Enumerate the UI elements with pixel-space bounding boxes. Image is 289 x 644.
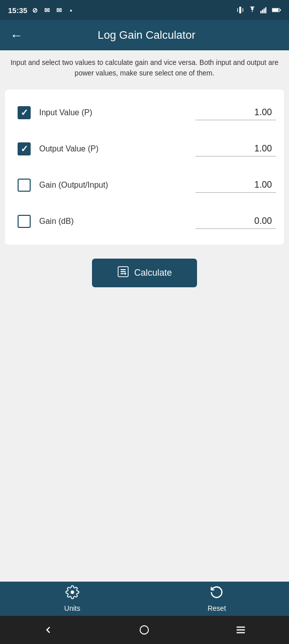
nav-bar xyxy=(0,616,289,644)
page-title: Log Gain Calculator xyxy=(35,29,258,42)
row-output-value: ✓ Output Value (P) xyxy=(5,131,284,167)
checkmark-output: ✓ xyxy=(21,144,28,153)
checkbox-gain-db-visual xyxy=(18,215,31,228)
svg-rect-9 xyxy=(280,10,281,11)
nav-menu-button[interactable] xyxy=(225,620,256,639)
label-output-value: Output Value (P) xyxy=(35,144,196,153)
signal-icon xyxy=(260,6,269,15)
gain-ratio-field[interactable] xyxy=(196,178,276,193)
checkbox-gain-ratio-visual xyxy=(18,179,31,192)
vibrate-icon xyxy=(236,6,245,15)
output-value-field[interactable] xyxy=(196,141,276,156)
row-gain-db: Gain (dB) xyxy=(5,203,284,239)
gain-db-field[interactable] xyxy=(196,214,276,229)
svg-rect-5 xyxy=(263,9,264,14)
reset-button[interactable]: Reset xyxy=(145,582,290,616)
checkbox-output-visual: ✓ xyxy=(18,142,31,155)
calculator-card: ✓ Input Value (P) ✓ Output Value (P) Gai… xyxy=(5,90,284,245)
label-gain-db: Gain (dB) xyxy=(35,217,196,226)
checkbox-gain-db[interactable] xyxy=(13,210,35,232)
row-input-value: ✓ Input Value (P) xyxy=(5,95,284,131)
row-gain-ratio: Gain (Output/Input) xyxy=(5,167,284,203)
status-time: 15:35 xyxy=(8,6,27,15)
status-time-area: 15:35 ⊘ ✉ ✉ • xyxy=(8,6,75,15)
svg-rect-6 xyxy=(265,7,266,13)
svg-rect-4 xyxy=(262,10,263,13)
gear-icon xyxy=(65,585,79,602)
wifi-icon xyxy=(248,6,257,15)
status-bar: 15:35 ⊘ ✉ ✉ • xyxy=(0,0,289,20)
svg-rect-0 xyxy=(239,7,241,13)
nav-home-button[interactable] xyxy=(129,620,160,639)
back-button[interactable]: ← xyxy=(8,26,25,45)
header: ← Log Gain Calculator xyxy=(0,20,289,50)
button-area: Calculate xyxy=(0,249,289,292)
input-value-field[interactable] xyxy=(196,105,276,120)
units-label: Units xyxy=(64,604,80,612)
status-right-area xyxy=(236,6,281,15)
label-gain-ratio: Gain (Output/Input) xyxy=(35,181,196,190)
circle-icon: ⊘ xyxy=(30,6,39,15)
checkbox-gain-ratio[interactable] xyxy=(13,174,35,196)
calculate-icon xyxy=(117,266,129,280)
mail2-icon: ✉ xyxy=(54,6,63,15)
bottom-toolbar: Units Reset xyxy=(0,582,289,616)
main-content: ✓ Input Value (P) ✓ Output Value (P) Gai… xyxy=(0,86,289,582)
reset-icon xyxy=(210,585,224,602)
svg-rect-2 xyxy=(243,8,243,12)
checkmark-input: ✓ xyxy=(21,108,28,117)
description-text: Input and select two values to calculate… xyxy=(0,50,289,86)
svg-rect-8 xyxy=(272,9,278,12)
svg-point-16 xyxy=(140,626,149,634)
nav-back-button[interactable] xyxy=(33,620,64,639)
checkbox-output-value[interactable]: ✓ xyxy=(13,138,35,160)
label-input-value: Input Value (P) xyxy=(35,108,196,117)
notification-dot: • xyxy=(66,6,75,15)
reset-label: Reset xyxy=(208,604,226,612)
battery-icon xyxy=(272,6,281,15)
calculate-button[interactable]: Calculate xyxy=(92,259,197,287)
units-button[interactable]: Units xyxy=(0,582,145,616)
calculate-label: Calculate xyxy=(134,268,172,278)
svg-rect-3 xyxy=(260,11,261,14)
checkbox-input-value[interactable]: ✓ xyxy=(13,102,35,124)
mail-icon: ✉ xyxy=(42,6,51,15)
checkbox-input-visual: ✓ xyxy=(18,106,31,119)
svg-rect-1 xyxy=(237,8,238,12)
